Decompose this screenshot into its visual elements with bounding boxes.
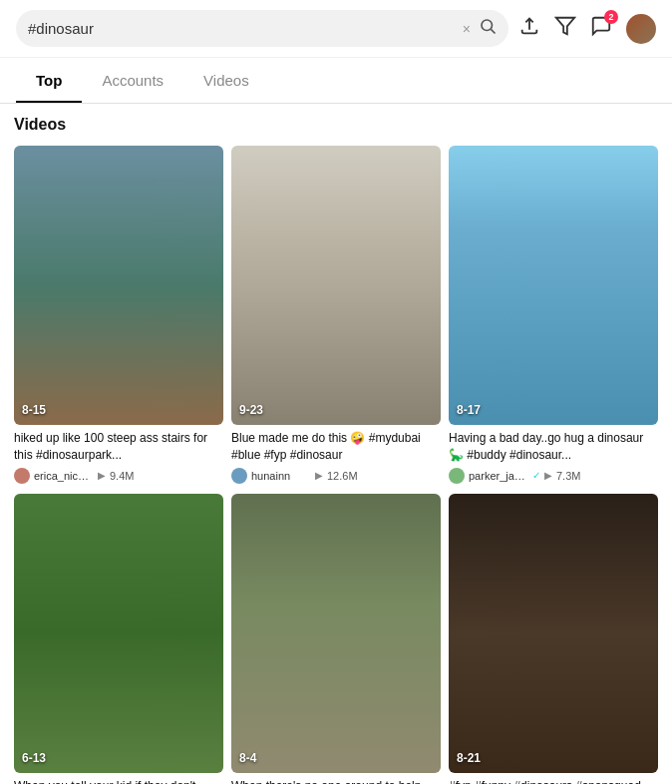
thumb-overlay: [231, 146, 441, 425]
video-counter: 8-17: [457, 403, 481, 417]
play-icon: ▶: [98, 470, 106, 481]
view-count: 7.3M: [556, 470, 580, 482]
inbox-icon[interactable]: 2: [590, 15, 612, 43]
author-username: hunainn: [251, 470, 311, 482]
video-counter: 6-13: [22, 751, 46, 765]
video-meta: hunainn ▶ 12.6M: [231, 468, 441, 484]
video-caption: When there's no one around to help with …: [231, 778, 441, 784]
verified-icon: ✓: [532, 470, 540, 481]
view-count: 12.6M: [327, 470, 358, 482]
video-thumbnail: 6-13: [14, 494, 223, 773]
upload-icon[interactable]: [518, 15, 540, 43]
tabs: Top Accounts Videos: [0, 58, 672, 104]
video-counter: 8-15: [22, 403, 46, 417]
video-info: Having a bad day..go hug a dinosaur 🦕 #b…: [449, 425, 658, 486]
thumb-overlay: [449, 494, 658, 773]
content-area: Videos 8-15 hiked up like 100 steep ass …: [0, 104, 672, 784]
notification-badge: 2: [604, 10, 618, 24]
thumb-overlay: [14, 494, 223, 773]
video-meta: parker_james ✓ ▶ 7.3M: [449, 468, 658, 484]
video-card[interactable]: 8-17 Having a bad day..go hug a dinosaur…: [449, 146, 658, 486]
video-card[interactable]: 9-23 Blue made me do this 🤪 #mydubai #bl…: [231, 146, 441, 486]
author-username: erica_nichol...: [34, 470, 94, 482]
view-count: 9.4M: [110, 470, 134, 482]
video-thumbnail: 8-21: [449, 494, 658, 773]
header: × 2: [0, 0, 672, 58]
video-info: #fyp #funny #dinosaurs #snapsquad #juras…: [449, 773, 658, 784]
video-card[interactable]: 8-15 hiked up like 100 steep ass stairs …: [14, 146, 223, 486]
search-bar: ×: [16, 10, 508, 47]
author-avatar: [449, 468, 465, 484]
author-avatar: [231, 468, 247, 484]
thumb-overlay: [449, 146, 658, 425]
video-info: When there's no one around to help with …: [231, 773, 441, 784]
thumb-overlay: [231, 494, 441, 773]
video-thumbnail: 9-23: [231, 146, 441, 425]
svg-point-0: [482, 20, 493, 31]
video-counter: 8-21: [457, 751, 481, 765]
tab-accounts[interactable]: Accounts: [82, 58, 183, 103]
video-card[interactable]: 6-13 When you tell your kid if they don'…: [14, 494, 223, 784]
video-card[interactable]: 8-21 #fyp #funny #dinosaurs #snapsquad #…: [449, 494, 658, 784]
section-title: Videos: [14, 116, 658, 134]
video-caption: #fyp #funny #dinosaurs #snapsquad #juras…: [449, 778, 658, 784]
author-username: parker_james: [469, 470, 528, 482]
header-icons: 2: [518, 14, 656, 44]
avatar[interactable]: [626, 14, 656, 44]
video-meta: erica_nichol... ▶ 9.4M: [14, 468, 223, 484]
video-grid: 8-15 hiked up like 100 steep ass stairs …: [14, 146, 658, 784]
video-counter: 8-4: [239, 751, 256, 765]
video-thumbnail: 8-4: [231, 494, 441, 773]
video-caption: When you tell your kid if they don't beh…: [14, 778, 223, 784]
search-icon[interactable]: [479, 17, 497, 40]
video-counter: 9-23: [239, 403, 263, 417]
video-info: When you tell your kid if they don't beh…: [14, 773, 223, 784]
video-thumbnail: 8-15: [14, 146, 223, 425]
clear-icon[interactable]: ×: [463, 21, 471, 37]
svg-line-1: [491, 29, 495, 33]
video-caption: Having a bad day..go hug a dinosaur 🦕 #b…: [449, 430, 658, 464]
tab-top[interactable]: Top: [16, 58, 82, 103]
video-card[interactable]: 8-4 When there's no one around to help w…: [231, 494, 441, 784]
play-icon: ▶: [315, 470, 323, 481]
video-caption: hiked up like 100 steep ass stairs for t…: [14, 430, 223, 464]
play-icon: ▶: [544, 470, 552, 481]
search-input[interactable]: [28, 20, 455, 37]
svg-marker-2: [556, 17, 574, 34]
author-avatar: [14, 468, 30, 484]
filter-icon[interactable]: [554, 15, 576, 43]
video-info: Blue made me do this 🤪 #mydubai #blue #f…: [231, 425, 441, 486]
video-thumbnail: 8-17: [449, 146, 658, 425]
thumb-overlay: [14, 146, 223, 425]
video-info: hiked up like 100 steep ass stairs for t…: [14, 425, 223, 486]
video-caption: Blue made me do this 🤪 #mydubai #blue #f…: [231, 430, 441, 464]
tab-videos[interactable]: Videos: [183, 58, 269, 103]
